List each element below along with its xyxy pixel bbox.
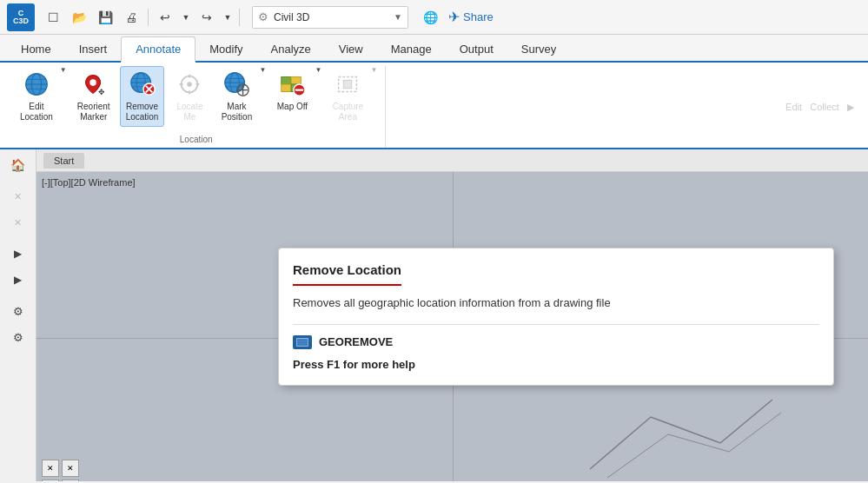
capture-area-split: Capture Area ▼ bbox=[326, 66, 378, 127]
mark-position-arrow[interactable]: ▼ bbox=[258, 66, 267, 93]
title-toolbar: ☐ 📂 💾 🖨 ↩ ▼ ↪ ▼ ⚙ Civil 3D ▼ 🌐 ✈ Share bbox=[42, 6, 861, 29]
new-button[interactable]: ☐ bbox=[42, 6, 64, 29]
left-panel: 🏠 ✕ ✕ ▶ ▶ ⚙ ⚙ bbox=[0, 149, 36, 481]
network-button[interactable]: 🌐 bbox=[419, 6, 441, 29]
redo-dropdown-button[interactable]: ▼ bbox=[222, 6, 234, 29]
ribbon-panel: Edit Location ▼ ✥ Reorient Marker bbox=[0, 63, 868, 149]
ribbon-overflow-indicator: Edit Collect ▶ bbox=[386, 66, 861, 148]
edit-location-icon bbox=[23, 70, 50, 98]
tab-output[interactable]: Output bbox=[446, 37, 507, 61]
mark-position-button[interactable]: Mark Position bbox=[215, 66, 258, 127]
nav-pan-left[interactable]: ✕ bbox=[6, 184, 30, 208]
pan-right-btn[interactable]: ✕ bbox=[62, 460, 79, 477]
separator-2 bbox=[239, 9, 240, 26]
nav-arrow-right-2[interactable]: ▶ bbox=[6, 268, 30, 292]
title-bar: C C3D ☐ 📂 💾 🖨 ↩ ▼ ↪ ▼ ⚙ Civil 3D ▼ 🌐 ✈ bbox=[0, 0, 868, 35]
tab-home[interactable]: Home bbox=[7, 37, 65, 61]
ribbon-group-location-buttons: Edit Location ▼ ✥ Reorient Marker bbox=[14, 66, 378, 133]
remove-location-button[interactable]: Remove Location bbox=[120, 66, 165, 127]
tooltip-help-text: Press F1 for more help bbox=[293, 358, 819, 371]
capture-area-arrow[interactable]: ▼ bbox=[369, 66, 378, 93]
map-off-arrow[interactable]: ▼ bbox=[314, 66, 322, 93]
locate-me-label: Locate Me bbox=[176, 102, 202, 122]
tooltip-title: Remove Location bbox=[293, 262, 401, 286]
remove-location-icon bbox=[129, 70, 156, 98]
pan-up-btn[interactable]: ⚙ bbox=[42, 480, 59, 481]
redo-button[interactable]: ↪ bbox=[195, 6, 218, 29]
mark-position-icon bbox=[222, 70, 250, 98]
tab-annotate[interactable]: Annotate bbox=[121, 36, 195, 63]
open-button[interactable]: 📂 bbox=[68, 6, 90, 29]
reorient-marker-label: Reorient Marker bbox=[77, 102, 110, 122]
mark-position-label: Mark Position bbox=[222, 102, 253, 122]
viewport-nav-controls: ✕ ✕ ⚙ ⚙ bbox=[42, 460, 79, 481]
map-off-button[interactable]: Map Off bbox=[270, 66, 314, 116]
svg-text:✥: ✥ bbox=[97, 87, 104, 96]
edit-location-arrow[interactable]: ▼ bbox=[59, 66, 68, 93]
capture-area-icon bbox=[334, 70, 361, 98]
edit-location-split: Edit Location ▼ bbox=[14, 66, 68, 127]
svg-point-5 bbox=[89, 79, 96, 86]
workspace-dropdown-icon: ▼ bbox=[394, 12, 402, 22]
nav-arrow-right[interactable]: ▶ bbox=[6, 242, 30, 266]
pan-left-btn[interactable]: ✕ bbox=[42, 460, 59, 477]
tooltip-popup: Remove Location Removes all geographic l… bbox=[278, 248, 834, 386]
plot-button[interactable]: 🖨 bbox=[120, 6, 142, 29]
svg-rect-30 bbox=[291, 77, 301, 84]
edit-location-button[interactable]: Edit Location bbox=[14, 66, 59, 127]
tooltip-command-row: GEOREMOVE bbox=[293, 335, 819, 349]
separator-1 bbox=[148, 9, 149, 26]
workspace-gear-icon: ⚙ bbox=[258, 10, 268, 23]
viewport-nav-home[interactable]: 🏠 bbox=[6, 153, 30, 177]
svg-rect-36 bbox=[344, 80, 352, 88]
svg-rect-31 bbox=[282, 84, 291, 91]
nav-gear-2[interactable]: ⚙ bbox=[6, 325, 30, 349]
map-off-label: Map Off bbox=[277, 102, 308, 112]
tab-analyze[interactable]: Analyze bbox=[257, 37, 325, 61]
viewport-label: [-][Top][2D Wireframe] bbox=[42, 177, 136, 188]
mark-position-split: Mark Position ▼ bbox=[215, 66, 267, 127]
svg-point-16 bbox=[188, 82, 193, 87]
reorient-marker-icon: ✥ bbox=[80, 70, 108, 98]
tooltip-command-name: GEOREMOVE bbox=[319, 335, 393, 348]
ribbon-group-location-label: Location bbox=[180, 133, 213, 148]
remove-location-label: Remove Location bbox=[126, 102, 159, 122]
nav-pan-up[interactable]: ✕ bbox=[6, 210, 30, 235]
workspace-selector[interactable]: ⚙ Civil 3D ▼ bbox=[252, 6, 408, 29]
capture-area-label: Capture Area bbox=[333, 102, 364, 122]
save-button[interactable]: 💾 bbox=[94, 6, 116, 29]
reorient-marker-button[interactable]: ✥ Reorient Marker bbox=[71, 66, 116, 127]
drawing-header: Start bbox=[36, 149, 868, 172]
ribbon-tabs: Home Insert Annotate Modify Analyze View… bbox=[0, 35, 868, 63]
map-off-icon bbox=[278, 70, 306, 98]
c3d-logo: C C3D bbox=[7, 3, 35, 31]
undo-button[interactable]: ↩ bbox=[154, 6, 176, 29]
tooltip-divider bbox=[293, 324, 819, 325]
tooltip-description: Removes all geographic location informat… bbox=[293, 294, 819, 312]
locate-me-icon bbox=[176, 70, 203, 98]
share-label: Share bbox=[463, 10, 494, 23]
share-button[interactable]: ✈ Share bbox=[448, 9, 494, 25]
workspace-label: Civil 3D bbox=[274, 11, 394, 23]
share-icon: ✈ bbox=[448, 9, 460, 25]
svg-rect-29 bbox=[282, 77, 291, 84]
map-off-split: Map Off ▼ bbox=[270, 66, 322, 116]
edit-location-label: Edit Location bbox=[20, 102, 53, 122]
nav-gear-1[interactable]: ⚙ bbox=[6, 299, 30, 323]
tab-modify[interactable]: Modify bbox=[195, 37, 256, 61]
ribbon-group-location: Edit Location ▼ ✥ Reorient Marker bbox=[7, 66, 386, 148]
start-tab[interactable]: Start bbox=[43, 153, 84, 169]
tooltip-command-icon-inner bbox=[296, 338, 308, 347]
tab-survey[interactable]: Survey bbox=[507, 37, 570, 61]
tab-manage[interactable]: Manage bbox=[377, 37, 446, 61]
tab-view[interactable]: View bbox=[325, 37, 377, 61]
capture-area-button[interactable]: Capture Area bbox=[326, 66, 369, 127]
locate-me-button[interactable]: Locate Me bbox=[168, 66, 211, 127]
pan-down-btn[interactable]: ⚙ bbox=[62, 480, 79, 481]
undo-dropdown-button[interactable]: ▼ bbox=[180, 6, 192, 29]
c3d-logo-text: C C3D bbox=[13, 10, 29, 25]
tooltip-command-icon bbox=[293, 335, 312, 349]
tab-insert[interactable]: Insert bbox=[65, 37, 122, 61]
